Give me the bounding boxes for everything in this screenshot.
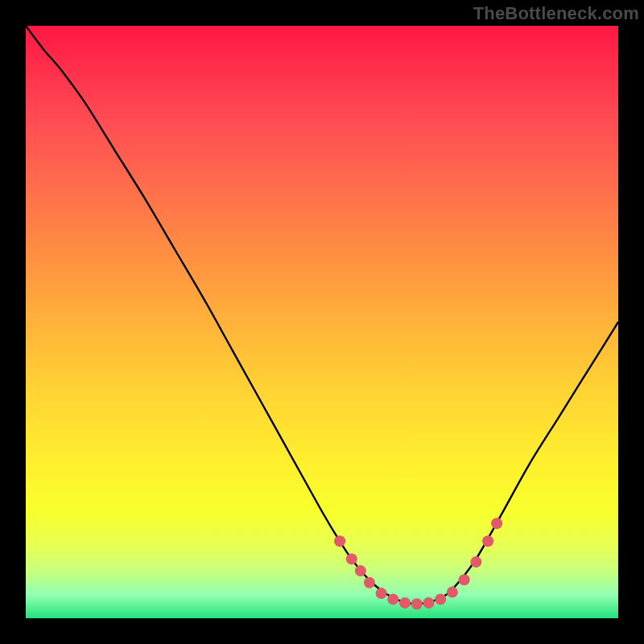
curve-marker: [435, 593, 446, 605]
curve-marker: [470, 556, 481, 568]
curve-marker: [376, 588, 387, 599]
watermark: TheBottleneck.com: [473, 3, 639, 24]
curve-marker: [423, 597, 435, 609]
curve-marker: [482, 535, 493, 547]
curve-marker: [334, 535, 345, 547]
curve-marker: [411, 598, 423, 609]
bottleneck-curve: [26, 26, 618, 618]
curve-marker: [447, 587, 458, 598]
curve-marker: [364, 577, 375, 588]
curve-marker: [399, 597, 411, 609]
curve-marker: [355, 565, 366, 576]
chart-frame: TheBottleneck.com: [0, 0, 644, 644]
curve-marker: [459, 574, 470, 585]
curve-marker: [346, 553, 357, 564]
curve-marker: [491, 518, 502, 529]
plot-area: [26, 26, 618, 618]
curve-marker: [387, 593, 398, 605]
